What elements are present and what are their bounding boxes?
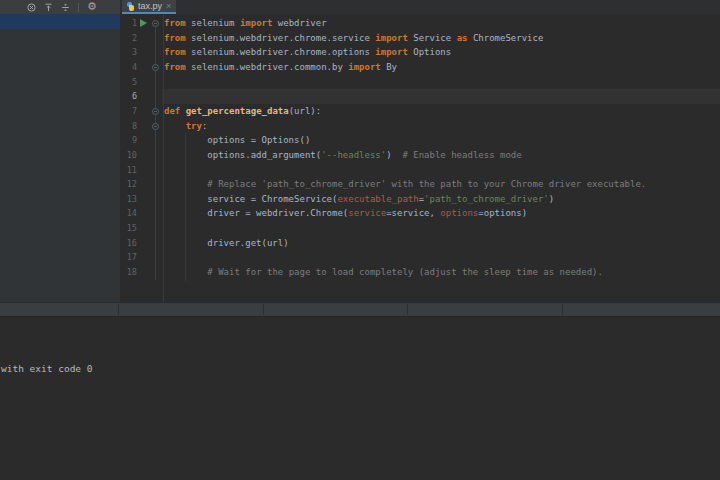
fold-marker-icon[interactable] <box>152 108 159 115</box>
fold-marker-icon[interactable] <box>152 20 159 27</box>
line-number: 8 <box>120 121 137 132</box>
gutter-row: 3 <box>120 45 163 60</box>
code-line[interactable]: # Wait for the page to load completely (… <box>164 265 603 280</box>
header-divider <box>562 304 563 315</box>
gutter-row: 6 <box>120 89 163 104</box>
line-number: 17 <box>120 252 137 263</box>
tab-tax-py[interactable]: tax.py × <box>122 0 176 14</box>
line-number: 11 <box>120 165 137 176</box>
line-number: 4 <box>120 62 137 73</box>
tool-window-header-bar[interactable] <box>0 302 720 317</box>
scroll-to-top-icon[interactable] <box>44 3 53 12</box>
code-line[interactable]: from selenium.webdriver.chrome.service i… <box>164 31 543 46</box>
gutter-row: 17 <box>120 250 163 265</box>
stop-icon[interactable] <box>27 3 36 12</box>
code-line[interactable]: from selenium.webdriver.common.by import… <box>164 60 397 75</box>
toolbar-separator <box>78 3 79 12</box>
line-number: 9 <box>120 135 137 146</box>
run-console[interactable]: with exit code 0 <box>0 317 720 480</box>
code-line[interactable]: options = Options() <box>164 133 310 148</box>
gutter-row: 14 <box>120 206 163 221</box>
gutter-row: 8 <box>120 119 163 134</box>
tab-label: tax.py <box>138 1 162 11</box>
editor-tab-strip: tax.py × <box>120 0 720 14</box>
line-number: 16 <box>120 238 137 249</box>
gutter: 123456789101112131415161718 <box>120 14 163 302</box>
close-tab-icon[interactable]: × <box>166 2 171 10</box>
gutter-row: 5 <box>120 75 163 90</box>
fold-marker-icon[interactable] <box>152 64 159 71</box>
line-number: 13 <box>120 194 137 205</box>
gutter-row: 12 <box>120 177 163 192</box>
line-number: 5 <box>120 77 137 88</box>
project-selected-item[interactable] <box>0 14 120 29</box>
line-number: 2 <box>120 33 137 44</box>
python-file-icon <box>126 2 135 11</box>
gutter-row: 18 <box>120 265 163 280</box>
code-lines: from selenium import webdriverfrom selen… <box>164 14 720 302</box>
header-divider <box>407 304 408 315</box>
code-line[interactable]: driver = webdriver.Chrome(service=servic… <box>164 206 527 221</box>
console-output-text: with exit code 0 <box>1 363 93 374</box>
run-line-icon[interactable] <box>140 19 147 27</box>
code-line[interactable]: from selenium import webdriver <box>164 16 327 31</box>
code-line[interactable]: from selenium.webdriver.chrome.options i… <box>164 45 451 60</box>
line-number: 3 <box>120 47 137 58</box>
gutter-row: 9 <box>120 133 163 148</box>
toolbar-icons: ⚙ <box>27 0 113 14</box>
line-number: 18 <box>120 267 137 278</box>
ide-window: ⚙ tax.py × 123456789101112131415161718 f… <box>0 0 720 480</box>
gutter-row: 10 <box>120 148 163 163</box>
code-line[interactable]: service = ChromeService(executable_path=… <box>164 192 554 207</box>
gutter-row: 16 <box>120 236 163 251</box>
code-line[interactable]: driver.get(url) <box>164 236 289 251</box>
project-panel <box>0 14 120 302</box>
header-divider <box>118 304 119 315</box>
code-line[interactable]: def get_percentage_data(url): <box>164 104 321 119</box>
hide-icon[interactable] <box>104 3 113 12</box>
gutter-row: 2 <box>120 31 163 46</box>
code-line[interactable]: # Replace 'path_to_chrome_driver' with t… <box>164 177 646 192</box>
line-number: 6 <box>120 91 137 102</box>
gutter-row: 1 <box>120 16 163 31</box>
code-line[interactable]: options.add_argument('--headless') # Ena… <box>164 148 522 163</box>
code-line[interactable]: try: <box>164 119 207 134</box>
code-editor[interactable]: 123456789101112131415161718 from seleniu… <box>120 14 720 302</box>
gutter-row: 11 <box>120 163 163 178</box>
line-number: 12 <box>120 179 137 190</box>
line-number: 14 <box>120 208 137 219</box>
line-number: 15 <box>120 223 137 234</box>
gutter-row: 15 <box>120 221 163 236</box>
gutter-row: 7 <box>120 104 163 119</box>
collapse-icon[interactable] <box>61 3 70 12</box>
line-number: 1 <box>120 18 137 29</box>
fold-marker-icon[interactable] <box>152 123 159 130</box>
header-divider <box>263 304 264 315</box>
line-number: 10 <box>120 150 137 161</box>
gutter-row: 13 <box>120 192 163 207</box>
settings-gear-icon[interactable]: ⚙ <box>87 3 96 12</box>
gutter-row: 4 <box>120 60 163 75</box>
line-number: 7 <box>120 106 137 117</box>
